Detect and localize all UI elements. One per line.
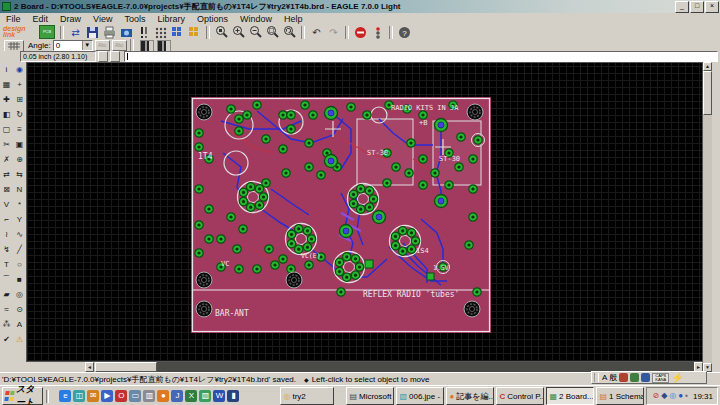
horizontal-scroll-thumb[interactable] <box>95 362 157 372</box>
tool-button[interactable]: Y <box>13 212 26 227</box>
menu-item[interactable]: View <box>87 14 118 24</box>
tool-button[interactable]: ╱ <box>13 242 26 257</box>
tool-button[interactable]: ◉ <box>13 62 26 77</box>
tool-button[interactable]: ≈ <box>0 302 13 317</box>
excel-icon[interactable]: X <box>185 390 197 402</box>
java-icon[interactable]: J <box>171 390 183 402</box>
tool-button[interactable]: ▢ <box>0 122 13 137</box>
taskbar-window-button[interactable]: ● 記事を編... <box>446 387 494 405</box>
pcb-quote-icon[interactable]: PCB <box>39 25 55 39</box>
taskbar-window-button[interactable]: ▤ Microsoft ... <box>346 387 394 405</box>
smd-pad[interactable] <box>365 260 373 268</box>
undo-button[interactable]: ↶ <box>308 25 325 40</box>
tool-button[interactable]: ◧ <box>0 107 13 122</box>
ime-tools-icon[interactable] <box>619 373 628 382</box>
tool-button[interactable]: A <box>13 317 26 332</box>
word-icon[interactable]: W <box>213 390 225 402</box>
zoom-fit-button[interactable] <box>213 25 230 40</box>
scroll-up-icon[interactable]: ▲ <box>703 62 712 71</box>
tool-button[interactable]: ✚ <box>0 92 13 107</box>
no-entry-icon[interactable]: ⊘ <box>652 391 659 400</box>
ime-caps-kana[interactable]: CAPSKANA <box>652 373 669 383</box>
tool-button[interactable]: ✗ <box>0 152 13 167</box>
tool-button[interactable]: ↻ <box>13 107 26 122</box>
menu-item[interactable]: Draw <box>54 14 87 24</box>
help-button[interactable]: ? <box>396 25 413 40</box>
firefox-icon[interactable]: ● <box>157 390 169 402</box>
media-player-icon[interactable]: ▶ <box>101 390 113 402</box>
zoom-select-button[interactable] <box>264 25 281 40</box>
tool-button[interactable]: ✔ <box>0 332 13 347</box>
security-shield-icon[interactable]: ◆ <box>661 391 667 400</box>
coord-mode-button-2[interactable] <box>110 51 120 62</box>
save-button[interactable] <box>84 25 101 40</box>
tool-button[interactable]: ↯ <box>0 242 13 257</box>
tool-button[interactable]: ✂ <box>0 137 13 152</box>
close-button[interactable]: × <box>705 1 719 13</box>
menu-item[interactable]: Tools <box>118 14 151 24</box>
ime-conversion-mode[interactable]: 般 <box>609 372 617 383</box>
pad-pattern-button-2[interactable] <box>157 40 171 52</box>
coord-mode-button-1[interactable] <box>98 51 108 62</box>
display-layers-button[interactable] <box>152 25 169 40</box>
ime-grip[interactable] <box>594 373 599 382</box>
switch-editor-button[interactable]: ⇄ <box>67 25 84 40</box>
tool-button[interactable]: ○ <box>13 257 26 272</box>
tool-button[interactable]: ◎ <box>13 287 26 302</box>
library-blue-button[interactable] <box>169 25 186 40</box>
tool-button[interactable]: ⌐ <box>0 212 13 227</box>
zoom-in-button[interactable] <box>230 25 247 40</box>
library-yellow-button[interactable] <box>186 25 203 40</box>
tool-button[interactable]: ⊕ <box>13 152 26 167</box>
command-input[interactable] <box>124 51 718 62</box>
ime-pad-icon[interactable] <box>641 373 650 382</box>
menu-item[interactable]: File <box>0 14 27 24</box>
tool-button[interactable]: ⊠ <box>0 182 13 197</box>
mail-icon[interactable]: ✉ <box>87 390 99 402</box>
tool-button[interactable]: ⊙ <box>13 302 26 317</box>
stop-button[interactable] <box>352 25 369 40</box>
tool-button[interactable]: ▣ <box>13 137 26 152</box>
tool-button[interactable]: ⊞ <box>13 92 26 107</box>
tool-button[interactable]: ■ <box>13 272 26 287</box>
tool-button[interactable]: ≀ <box>0 227 13 242</box>
ie-icon[interactable]: e <box>59 390 71 402</box>
ime-dictionary-icon[interactable] <box>630 373 639 382</box>
text-mirror-button[interactable]: Abc <box>95 40 110 51</box>
ime-input-mode[interactable]: A <box>602 373 607 382</box>
folder-icon[interactable]: ▮ <box>227 390 239 402</box>
text-spin-button[interactable]: Abc <box>112 40 127 51</box>
traffic-light-button[interactable] <box>369 25 386 40</box>
tool-button[interactable]: ∿ <box>13 227 26 242</box>
print-button[interactable] <box>101 25 118 40</box>
taskbar-window-button[interactable]: ◎ try2 <box>280 387 334 405</box>
chevron-down-icon[interactable]: ▼ <box>82 41 92 50</box>
tool-button[interactable]: i <box>0 62 13 77</box>
volume-tray-icon[interactable]: ▪ <box>685 391 688 400</box>
taskbar-window-button[interactable]: ▤ 1 Schema... <box>596 387 644 405</box>
vertical-scrollbar[interactable]: ▲ ▼ <box>703 62 712 372</box>
pad-pattern-button-1[interactable] <box>140 40 154 52</box>
menu-item[interactable]: Window <box>234 14 278 24</box>
ring-pad[interactable] <box>472 134 485 147</box>
opera-icon[interactable]: O <box>115 390 127 402</box>
picture-icon[interactable]: ▧ <box>199 390 211 402</box>
zoom-out-button[interactable] <box>247 25 264 40</box>
layer-marks-button[interactable] <box>135 25 152 40</box>
tool-button[interactable]: * <box>13 197 26 212</box>
taskbar-window-button[interactable]: C Control P... <box>496 387 544 405</box>
tool-button[interactable]: N <box>13 182 26 197</box>
menu-item[interactable]: Options <box>191 14 234 24</box>
taskbar-window-button[interactable]: ▧ 006.jpe - ... <box>396 387 444 405</box>
redo-button[interactable]: ↷ <box>325 25 342 40</box>
menu-item[interactable]: Library <box>151 14 191 24</box>
smd-pad[interactable] <box>427 273 434 280</box>
tool-button[interactable]: ⇆ <box>13 167 26 182</box>
tool-button[interactable]: ▰ <box>0 287 13 302</box>
start-button[interactable]: スタート <box>2 387 43 405</box>
minimize-button[interactable]: _ <box>675 1 689 13</box>
tool-button[interactable]: + <box>13 77 26 92</box>
pcb-board[interactable]: RADIO KITS IN JA +B 1T4 ST-30 ST-30 1S4 … <box>191 97 491 333</box>
messenger-tray-icon[interactable]: ◎ <box>669 391 676 400</box>
tool-button[interactable]: T <box>0 257 13 272</box>
